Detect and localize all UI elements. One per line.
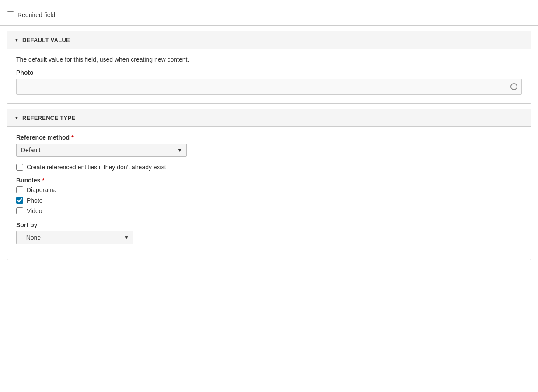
reference-type-body: Reference method * Default ▼ Create refe…	[7, 127, 531, 260]
sort-by-select-wrapper: – None – ▼	[16, 231, 133, 244]
reference-method-label: Reference method	[16, 134, 70, 141]
reference-type-chevron-icon: ▼	[14, 116, 19, 120]
required-field-row: Required field	[0, 7, 538, 25]
create-entities-checkbox[interactable]	[16, 164, 23, 171]
sort-by-label: Sort by	[16, 221, 522, 228]
default-value-body: The default value for this field, used w…	[7, 49, 531, 103]
bundles-list: Diaporama Photo Video	[16, 186, 522, 214]
list-item: Video	[16, 207, 522, 214]
create-entities-label: Create referenced entities if they don't…	[27, 164, 166, 171]
photo-input-wrapper	[16, 79, 522, 94]
sort-by-group: Sort by – None – ▼	[16, 221, 522, 244]
bundle-photo-label: Photo	[27, 197, 43, 204]
reference-type-panel: ▼ REFERENCE TYPE Reference method * Defa…	[7, 109, 531, 260]
list-item: Photo	[16, 197, 522, 204]
bundle-video-checkbox[interactable]	[16, 207, 23, 214]
bundles-asterisk: *	[42, 177, 44, 184]
reference-method-select[interactable]: Default	[16, 144, 187, 157]
bundle-photo-checkbox[interactable]	[16, 197, 23, 204]
reference-type-header[interactable]: ▼ REFERENCE TYPE	[7, 109, 531, 127]
bundle-diaporama-label: Diaporama	[27, 186, 56, 193]
reference-method-asterisk: *	[71, 134, 73, 141]
reference-method-select-wrapper: Default ▼	[16, 144, 187, 157]
page-wrapper: Required field ▼ DEFAULT VALUE The defau…	[0, 0, 538, 260]
bundle-video-label: Video	[27, 207, 42, 214]
default-value-chevron-icon: ▼	[14, 38, 19, 42]
photo-field-label: Photo	[16, 69, 522, 76]
reference-method-group: Reference method * Default ▼	[16, 134, 522, 157]
bundle-diaporama-checkbox[interactable]	[16, 186, 23, 193]
default-value-panel: ▼ DEFAULT VALUE The default value for th…	[7, 31, 531, 104]
bundles-label-row: Bundles *	[16, 177, 522, 184]
required-field-label: Required field	[17, 11, 55, 18]
photo-input-circle-icon	[510, 83, 517, 90]
bundles-group: Bundles * Diaporama Photo Video	[16, 177, 522, 214]
reference-type-title: REFERENCE TYPE	[22, 115, 75, 121]
list-item: Diaporama	[16, 186, 522, 193]
sort-by-select[interactable]: – None –	[16, 231, 133, 244]
create-entities-row: Create referenced entities if they don't…	[16, 164, 522, 171]
top-divider	[0, 25, 538, 26]
default-value-title: DEFAULT VALUE	[22, 37, 70, 43]
reference-method-label-row: Reference method *	[16, 134, 522, 141]
default-value-header[interactable]: ▼ DEFAULT VALUE	[7, 32, 531, 49]
photo-input[interactable]	[16, 79, 522, 94]
required-field-checkbox[interactable]	[7, 11, 14, 18]
default-value-description: The default value for this field, used w…	[16, 56, 522, 63]
bundles-label: Bundles	[16, 177, 40, 184]
